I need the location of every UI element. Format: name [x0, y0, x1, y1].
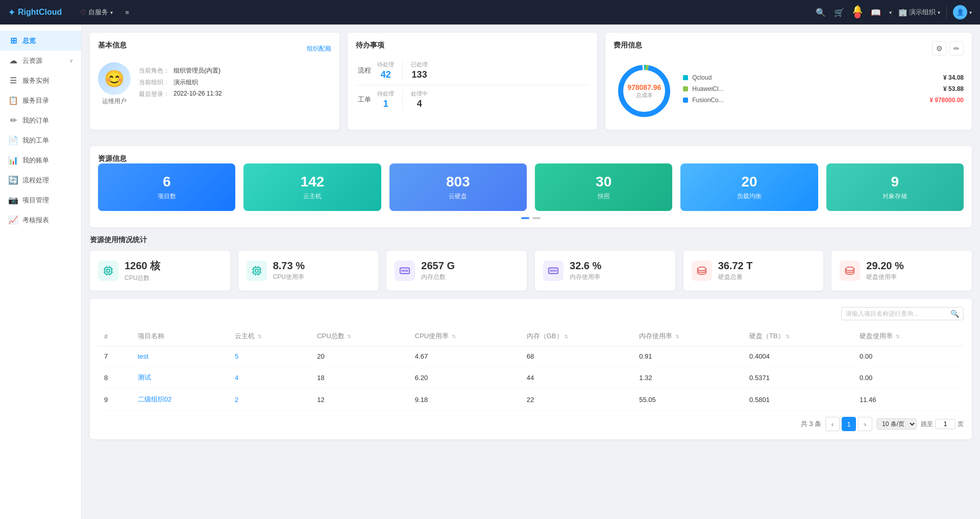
- res-card-storage[interactable]: 9 对象存储: [826, 163, 964, 211]
- next-page-button[interactable]: ›: [858, 417, 872, 431]
- menu-icon: ≡: [125, 9, 129, 16]
- cpu-total-text: 1260 核 CPU总数: [125, 259, 160, 282]
- lb-label: 负载均衡: [737, 192, 762, 201]
- dot-1[interactable]: [521, 217, 529, 219]
- resource-info-title: 资源信息: [98, 154, 127, 162]
- cpu-usage-icon: [247, 261, 267, 281]
- project-icon: 📷: [8, 195, 18, 205]
- res-card-volumes[interactable]: 803 云硬盘: [389, 163, 527, 211]
- resource-pagination: [98, 217, 964, 219]
- sidebar-item-my-billing[interactable]: 📊 我的账单: [0, 150, 81, 170]
- user-avatar[interactable]: 👤: [953, 5, 967, 19]
- role-row: 当前角色： 组织管理员(内置): [139, 66, 331, 75]
- self-service-nav[interactable]: ♡ 自服务 ▾: [74, 8, 119, 17]
- sidebar-item-overview[interactable]: ⊞ 总览: [0, 31, 81, 51]
- project-table: # 项目名称 云主机 ⇅ CPU总数 ⇅ CPU使用率 ⇅ 内存（GB）⇅ 内存…: [98, 326, 964, 411]
- projects-label: 项目数: [158, 192, 176, 201]
- todo-row-process: 流程 待处理 42 已处理 133: [356, 56, 589, 85]
- org-quota-link[interactable]: 组织配额: [307, 44, 331, 53]
- row-project-name[interactable]: test: [132, 346, 229, 367]
- sidebar-item-project-mgmt[interactable]: 📷 项目管理: [0, 190, 81, 210]
- donut-chart: 978087.96 总成本: [614, 60, 675, 122]
- chevron-down-icon: ▾: [110, 10, 113, 15]
- disk-usage-value: 29.20 %: [866, 260, 903, 272]
- row-cpu-usage: 4.67: [409, 346, 521, 367]
- col-cpu-total[interactable]: CPU总数 ⇅: [311, 326, 409, 346]
- res-card-snapshots[interactable]: 30 快照: [535, 163, 672, 211]
- usage-card-mem-usage: 32.6 % 内存使用率: [535, 251, 675, 291]
- table-header: # 项目名称 云主机 ⇅ CPU总数 ⇅ CPU使用率 ⇅ 内存（GB）⇅ 内存…: [98, 326, 964, 346]
- last-login-label: 最后登录：: [139, 90, 169, 99]
- sidebar-label-service-instance: 服务实例: [22, 76, 49, 85]
- resource-cards-list: 6 项目数 142 云主机 803 云硬盘 30 快照 20 负载均衡: [98, 163, 964, 211]
- cart-icon[interactable]: 🛒: [834, 8, 844, 17]
- sidebar-item-cloud-resources[interactable]: ☁ 云资源 ∨: [0, 51, 81, 70]
- cpu-usage-value: 8.73 %: [273, 260, 305, 272]
- col-disk-tb[interactable]: 硬盘（TB）⇅: [743, 326, 853, 346]
- menu-nav[interactable]: ≡: [119, 9, 135, 16]
- app-logo[interactable]: ✦ RightCloud: [8, 8, 62, 17]
- snapshots-count: 30: [596, 174, 611, 190]
- row-cpu-total: 20: [311, 346, 409, 367]
- legend-name-qcloud: Qcloud: [692, 74, 939, 81]
- legend-dot-fusion: [683, 98, 688, 103]
- col-memory-usage[interactable]: 内存使用率 ⇅: [633, 326, 743, 346]
- svg-point-37: [846, 267, 854, 271]
- disk-usage-label: 硬盘使用率: [866, 273, 903, 281]
- disk-total-text: 36.72 T 硬盘总量: [718, 260, 753, 281]
- total-cost-amount: 978087.96: [627, 83, 661, 91]
- logo-text: RightCloud: [18, 8, 62, 17]
- cloud-icon: ☁: [8, 56, 18, 65]
- row-vm-count[interactable]: 2: [229, 389, 311, 411]
- chevron-down-icon-user: ▾: [969, 10, 972, 15]
- row-disk-usage: 0.00: [853, 367, 964, 389]
- dot-2[interactable]: [532, 217, 541, 219]
- orders-icon: ✏: [8, 115, 18, 125]
- sidebar-item-my-orders[interactable]: ✏ 我的订单: [0, 110, 81, 130]
- res-card-projects[interactable]: 6 项目数: [98, 163, 235, 211]
- sidebar-item-my-tickets[interactable]: 📄 我的工单: [0, 130, 81, 150]
- fee-settings-button[interactable]: ⚙: [932, 41, 946, 56]
- org-selector[interactable]: 🏢 演示组织 ▾: [892, 8, 940, 17]
- disk-total-value: 36.72 T: [718, 260, 753, 272]
- legend-value-huawei: ¥ 53.88: [943, 85, 964, 92]
- prev-page-button[interactable]: ‹: [825, 417, 840, 431]
- sidebar-item-service-catalog[interactable]: 📋 服务目录: [0, 90, 81, 110]
- row-memory-gb: 44: [521, 367, 633, 389]
- col-disk-usage[interactable]: 硬盘使用率 ⇅: [853, 326, 964, 346]
- fee-edit-button[interactable]: ✏: [949, 41, 964, 56]
- goto-input[interactable]: [935, 419, 955, 429]
- sidebar-item-reports[interactable]: 📈 考核报表: [0, 210, 81, 230]
- search-icon[interactable]: 🔍: [816, 8, 826, 17]
- mem-total-icon: [395, 261, 415, 281]
- search-input[interactable]: [846, 310, 947, 317]
- col-cpu-usage[interactable]: CPU使用率 ⇅: [409, 326, 521, 346]
- row-project-name[interactable]: 测试: [132, 367, 229, 389]
- row-memory-usage: 0.91: [633, 346, 743, 367]
- legend-value-qcloud: ¥ 34.08: [943, 74, 964, 81]
- table-toolbar: 🔍: [98, 307, 964, 320]
- res-card-vms[interactable]: 142 云主机: [243, 163, 381, 211]
- book-icon[interactable]: 📖: [871, 8, 881, 17]
- disk-total-icon: [692, 261, 712, 281]
- fee-card: 费用信息 ⚙ ✏: [605, 33, 972, 130]
- search-icon[interactable]: 🔍: [950, 310, 959, 318]
- col-vm-count[interactable]: 云主机 ⇅: [229, 326, 311, 346]
- sidebar-label-my-billing: 我的账单: [22, 156, 49, 165]
- disk-usage-icon: [840, 261, 860, 281]
- bell-icon[interactable]: 🔔: [852, 5, 863, 20]
- project-table-section: 🔍 # 项目名称 云主机 ⇅ CPU总数 ⇅ CPU使用率 ⇅ 内存（GB）⇅ …: [90, 299, 972, 439]
- page-size-select[interactable]: 10 条/页 20 条/页 50 条/页: [876, 418, 917, 430]
- page-1-button[interactable]: 1: [842, 417, 856, 431]
- row-project-name[interactable]: 二级组织02: [132, 389, 229, 411]
- row-vm-count[interactable]: 4: [229, 367, 311, 389]
- sidebar-item-service-instance[interactable]: ☰ 服务实例: [0, 70, 81, 90]
- user-role-label: 运维用户: [102, 97, 127, 106]
- row-disk-tb: 0.5801: [743, 389, 853, 411]
- col-memory-gb[interactable]: 内存（GB）⇅: [521, 326, 633, 346]
- sidebar-label-my-orders: 我的订单: [22, 116, 49, 125]
- row-vm-count[interactable]: 5: [229, 346, 311, 367]
- sidebar-item-process[interactable]: 🔄 流程处理: [0, 170, 81, 190]
- res-card-lb[interactable]: 20 负载均衡: [680, 163, 818, 211]
- fee-legend: Qcloud ¥ 34.08 HuaweiCl... ¥ 53.88 Fusio…: [683, 74, 964, 108]
